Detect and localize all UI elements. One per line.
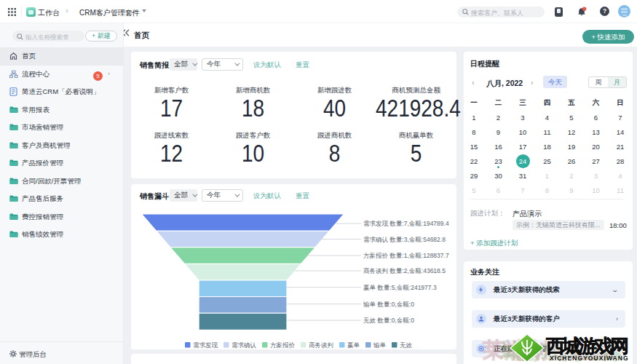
svg-text:XICHENGYOUXIWANG: XICHENGYOUXIWANG: [550, 355, 628, 362]
svg-text:无效 数量:0,金额:0: 无效 数量:0,金额:0: [363, 317, 414, 324]
svg-text:赢单 数量:5,金额:241977.3: 赢单 数量:5,金额:241977.3: [363, 284, 437, 291]
svg-text:无效: 无效: [400, 341, 413, 349]
svg-text:商务谈判 数量:2,金额:43618.5: 商务谈判 数量:2,金额:43618.5: [363, 267, 446, 274]
svg-text:方案报价: 方案报价: [270, 341, 296, 349]
svg-text:方案报价 数量:1,金额:128837.7: 方案报价 数量:1,金额:128837.7: [363, 252, 449, 259]
svg-text:需求发现 数量:7,金额:194789.4: 需求发现 数量:7,金额:194789.4: [363, 220, 449, 227]
svg-text:输单 数量:0,金额:0: 输单 数量:0,金额:0: [363, 301, 414, 308]
svg-text:西城游戏网: 西城游戏网: [546, 336, 629, 356]
svg-text:需求确认 数量:3,金额:54682.8: 需求确认 数量:3,金额:54682.8: [363, 236, 446, 243]
svg-text:需求发现: 需求发现: [193, 341, 218, 349]
svg-text:输单: 输单: [373, 341, 387, 349]
svg-text:商务谈判: 商务谈判: [309, 341, 333, 349]
svg-text:赢单: 赢单: [347, 341, 360, 349]
svg-text:需求确认: 需求确认: [232, 341, 257, 349]
